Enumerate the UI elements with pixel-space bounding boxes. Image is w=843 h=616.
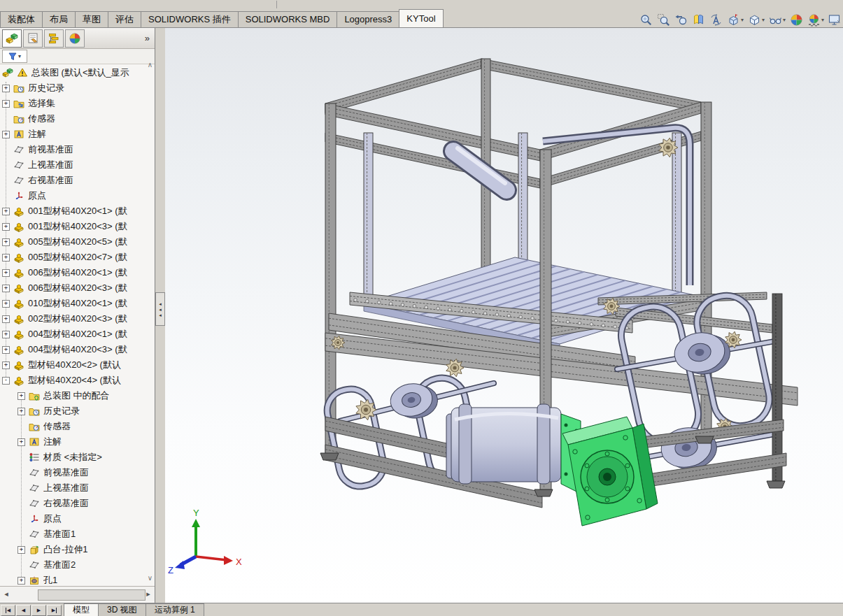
- dropdown-caret-icon[interactable]: ▾: [783, 17, 786, 23]
- tree-item[interactable]: +005型材铝40X20<5> (默: [0, 234, 154, 250]
- previous-view-button[interactable]: [673, 11, 689, 28]
- expand-toggle[interactable]: +: [17, 408, 25, 415]
- expand-toggle[interactable]: +: [2, 285, 10, 292]
- graphics-viewport[interactable]: Y X Z: [165, 28, 843, 603]
- model-canvas[interactable]: Y X Z: [165, 28, 843, 603]
- dropdown-caret-icon[interactable]: ▾: [741, 17, 744, 23]
- expand-toggle[interactable]: +: [2, 361, 10, 369]
- expand-toggle[interactable]: +: [2, 315, 10, 323]
- expand-toggle[interactable]: +: [2, 85, 10, 92]
- edit-appearance-button[interactable]: [788, 11, 805, 28]
- view-settings-button[interactable]: [827, 11, 843, 28]
- panel-collapse-handle[interactable]: ◂ ◂ ◂: [155, 292, 165, 326]
- nav-previous-button[interactable]: ◀: [16, 605, 31, 616]
- tree-scroll-up-icon[interactable]: ∧: [148, 61, 153, 69]
- motor[interactable]: [446, 404, 561, 484]
- tree-item[interactable]: 前视基准面: [0, 465, 154, 480]
- bottom-tab[interactable]: 3D 视图: [98, 603, 146, 616]
- display-style-button[interactable]: ▾: [746, 11, 766, 28]
- expand-toggle[interactable]: +: [17, 438, 25, 446]
- tree-item[interactable]: 基准面2: [0, 557, 154, 573]
- tree-item[interactable]: +006型材铝40X20<3> (默: [0, 280, 154, 296]
- command-tab[interactable]: SOLIDWORKS MBD: [238, 11, 338, 27]
- tree-item[interactable]: 右视基准面: [0, 173, 154, 188]
- expand-toggle[interactable]: +: [2, 223, 10, 231]
- dropdown-caret-icon[interactable]: ▾: [821, 17, 824, 23]
- tree-item[interactable]: 前视基准面: [0, 142, 154, 157]
- tree-item[interactable]: 右视基准面: [0, 496, 154, 511]
- command-tab[interactable]: SOLIDWORKS 插件: [141, 11, 239, 27]
- view-orientation-button[interactable]: ▾: [725, 11, 745, 28]
- section-view-button[interactable]: [690, 11, 707, 28]
- nav-first-button[interactable]: ◀: [1, 605, 15, 616]
- expand-toggle[interactable]: +: [2, 269, 10, 277]
- tree-item[interactable]: 总装图 (默认<默认_显示: [0, 65, 154, 80]
- command-tab[interactable]: Logopress3: [337, 11, 399, 27]
- panel-overflow-chevron[interactable]: »: [142, 33, 153, 43]
- tree-item[interactable]: +历史记录: [0, 80, 154, 96]
- tree-horizontal-scrollbar[interactable]: ◂ ▸: [0, 586, 155, 601]
- tree-item[interactable]: +001型材铝40X20<3> (默: [0, 219, 154, 234]
- tree-item[interactable]: 传感器: [0, 419, 154, 434]
- expand-toggle[interactable]: +: [2, 131, 10, 138]
- tree-item[interactable]: +型材铝40X20<2> (默认: [0, 357, 154, 373]
- tree-item[interactable]: +凸台-拉伸1: [0, 542, 154, 557]
- scrollbar-thumb[interactable]: [38, 589, 146, 601]
- tree-item[interactable]: +孔1: [0, 573, 154, 585]
- panel-tab-featuremanager[interactable]: [2, 29, 22, 48]
- tree-item[interactable]: 原点: [0, 188, 154, 203]
- tree-item[interactable]: 上视基准面: [0, 157, 154, 173]
- expand-toggle[interactable]: +: [17, 546, 25, 554]
- tree-item[interactable]: +004型材铝40X20<1> (默: [0, 327, 154, 342]
- expand-toggle[interactable]: -: [2, 377, 10, 385]
- bottom-tab[interactable]: 模型: [64, 603, 99, 616]
- tree-item[interactable]: +历史记录: [0, 403, 154, 419]
- expand-toggle[interactable]: +: [2, 254, 10, 262]
- panel-tab-displaymanager[interactable]: [65, 29, 85, 48]
- panel-tab-configurationmanager[interactable]: [44, 29, 64, 48]
- tree-item[interactable]: 传感器: [0, 111, 154, 127]
- tree-item[interactable]: +选择集: [0, 96, 154, 111]
- tree-item[interactable]: +001型材铝40X20<1> (默: [0, 203, 154, 219]
- command-tab[interactable]: 装配体: [0, 11, 43, 27]
- tree-item[interactable]: +002型材铝40X20<3> (默: [0, 311, 154, 327]
- expand-toggle[interactable]: +: [17, 577, 25, 585]
- panel-tab-propertymanager[interactable]: [23, 29, 43, 48]
- expand-toggle[interactable]: +: [2, 208, 10, 215]
- gearbox-green[interactable]: [562, 417, 658, 526]
- command-tab[interactable]: 布局: [42, 11, 76, 27]
- expand-toggle[interactable]: +: [17, 392, 25, 400]
- zoom-area-button[interactable]: [656, 11, 672, 28]
- tree-item[interactable]: +注解: [0, 127, 154, 142]
- command-tab[interactable]: 草图: [75, 11, 108, 27]
- expand-toggle[interactable]: +: [2, 238, 10, 246]
- frame-top-rim[interactable]: [325, 59, 701, 188]
- tree-item[interactable]: +006型材铝40X20<1> (默: [0, 265, 154, 280]
- dynamic-annotation-views-button[interactable]: [708, 11, 724, 28]
- tree-item[interactable]: +总装图 中的配合: [0, 388, 154, 403]
- apply-scene-button[interactable]: ▾: [806, 11, 826, 28]
- hide-show-items-button[interactable]: ▾: [767, 11, 787, 28]
- tree-item[interactable]: 原点: [0, 511, 154, 527]
- tree-item[interactable]: 基准面1: [0, 527, 154, 542]
- nav-next-button[interactable]: ▶: [31, 605, 46, 616]
- tree-scroll-down-icon[interactable]: ∨: [148, 574, 153, 582]
- filter-button[interactable]: ▾: [2, 50, 27, 63]
- expand-toggle[interactable]: +: [2, 346, 10, 354]
- conveyor-roller[interactable]: [388, 380, 440, 422]
- zoom-fit-button[interactable]: [638, 11, 654, 28]
- dropdown-caret-icon[interactable]: ▾: [762, 17, 765, 23]
- tree-item[interactable]: 上视基准面: [0, 480, 154, 496]
- command-tab[interactable]: KYTool: [399, 9, 443, 27]
- tree-item[interactable]: +004型材铝40X20<3> (默: [0, 342, 154, 357]
- tree-item[interactable]: 材质 <未指定>: [0, 450, 154, 465]
- tree-item[interactable]: +005型材铝40X20<7> (默: [0, 250, 154, 265]
- scroll-left-arrow[interactable]: ◂: [1, 589, 11, 600]
- expand-toggle[interactable]: +: [2, 100, 10, 108]
- command-tab[interactable]: 评估: [108, 11, 141, 27]
- expand-toggle[interactable]: +: [2, 300, 10, 308]
- expand-toggle[interactable]: +: [2, 331, 10, 338]
- tree-item[interactable]: -型材铝40X20<4> (默认: [0, 373, 154, 388]
- tree-item[interactable]: +010型材铝40X20<1> (默: [0, 296, 154, 311]
- bottom-tab[interactable]: 运动算例 1: [146, 603, 204, 616]
